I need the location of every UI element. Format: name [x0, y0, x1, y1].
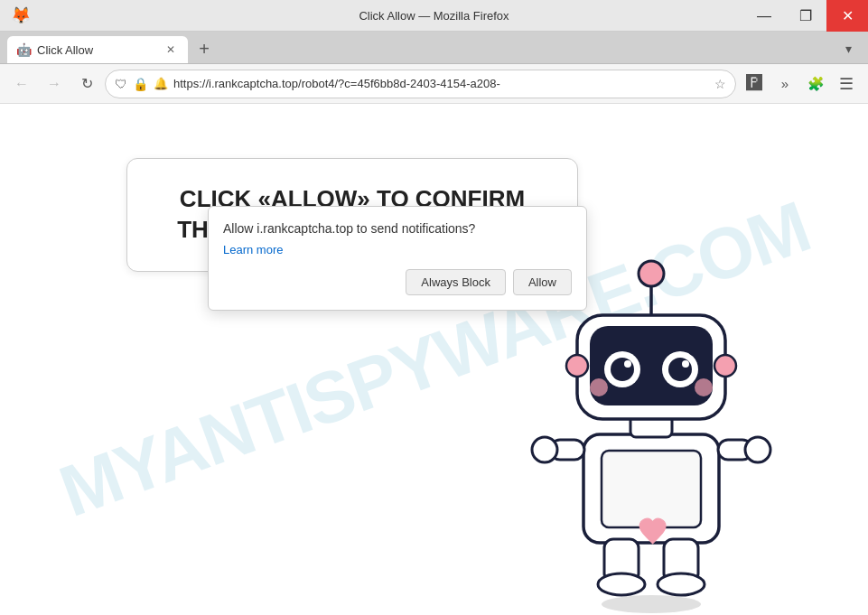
forward-button[interactable]: →: [40, 70, 69, 98]
nav-right-buttons: 🅿 » 🧩 ☰: [740, 70, 861, 98]
menu-button[interactable]: ☰: [832, 70, 861, 98]
extensions-button[interactable]: 🧩: [801, 70, 830, 98]
popup-title: Allow i.rankcaptcha.top to send notifica…: [223, 221, 572, 236]
close-button[interactable]: ✕: [826, 0, 868, 32]
always-block-button[interactable]: Always Block: [406, 269, 506, 295]
svg-point-18: [624, 360, 631, 368]
svg-point-25: [714, 355, 736, 377]
svg-point-24: [566, 355, 588, 377]
svg-point-21: [695, 378, 713, 396]
minimize-button[interactable]: —: [743, 0, 785, 32]
svg-point-8: [598, 573, 645, 595]
notification-popup: Allow i.rankcaptcha.top to send notifica…: [208, 206, 587, 311]
tab-label: Click Allow: [37, 43, 157, 57]
new-tab-button[interactable]: +: [191, 36, 217, 61]
svg-point-15: [611, 358, 634, 381]
firefox-logo-icon: 🦊: [11, 5, 31, 25]
svg-point-0: [602, 595, 701, 613]
window-controls: — ❐ ✕: [743, 0, 868, 32]
tab-favicon: 🤖: [16, 42, 32, 57]
tab-list-chevron[interactable]: ▾: [835, 36, 861, 61]
window-titlebar: 🦊 Click Allow — Mozilla Firefox — ❐ ✕: [0, 0, 868, 32]
more-tools-button[interactable]: »: [770, 70, 799, 98]
tab-bar: 🤖 Click Allow ✕ + ▾: [0, 32, 868, 64]
popup-buttons: Always Block Allow: [223, 269, 572, 295]
reload-button[interactable]: ↻: [72, 70, 101, 98]
notification-icon: 🔔: [154, 77, 168, 90]
bookmark-icon[interactable]: ☆: [714, 77, 726, 91]
pocket-button[interactable]: 🅿: [740, 70, 769, 98]
svg-point-6: [745, 437, 770, 462]
svg-point-20: [590, 378, 608, 396]
window-title: Click Allow — Mozilla Firefox: [359, 9, 509, 23]
learn-more-link[interactable]: Learn more: [223, 243, 572, 256]
svg-point-4: [532, 437, 557, 462]
svg-point-17: [668, 358, 692, 381]
allow-button[interactable]: Allow: [513, 269, 572, 295]
svg-point-19: [682, 360, 689, 368]
active-tab[interactable]: 🤖 Click Allow ✕: [7, 36, 188, 63]
lock-icon: 🔒: [133, 77, 148, 91]
svg-point-23: [639, 261, 664, 286]
url-text: https://i.rankcaptcha.top/robot4/?c=45f6…: [173, 77, 709, 90]
address-bar[interactable]: 🛡 🔒 🔔 https://i.rankcaptcha.top/robot4/?…: [105, 70, 736, 98]
nav-bar: ← → ↻ 🛡 🔒 🔔 https://i.rankcaptcha.top/ro…: [0, 64, 868, 104]
svg-rect-2: [602, 451, 701, 527]
tab-close-button[interactable]: ✕: [163, 42, 179, 58]
restore-button[interactable]: ❐: [785, 0, 826, 32]
page-content: MYANTISPYWARE.COM CLICK «ALLOW» TO CONFI…: [0, 104, 868, 615]
svg-point-10: [658, 573, 705, 595]
back-button[interactable]: ←: [7, 70, 36, 98]
site-info-icon: 🛡: [115, 77, 127, 91]
